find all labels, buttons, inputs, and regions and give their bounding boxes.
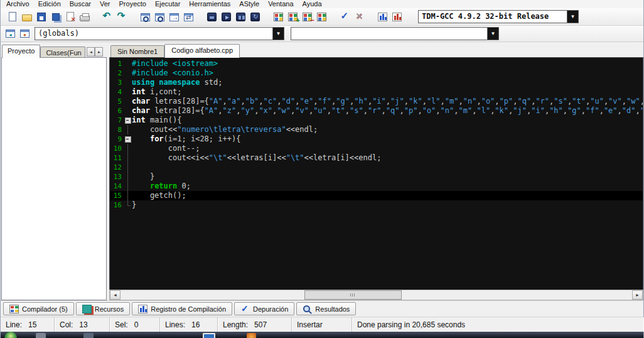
print-button[interactable] <box>77 9 92 24</box>
code-line-5[interactable]: 5char letras[28]={"A","a","b","c","d","e… <box>110 97 643 106</box>
code-line-13[interactable]: 13 } <box>110 172 643 182</box>
menu-herramientas[interactable]: Herramientas <box>185 0 235 8</box>
menu-ventana[interactable]: Ventana <box>264 0 298 8</box>
left-tab-clases-fun[interactable]: Clases(Fun <box>40 46 85 57</box>
chevron-down-icon[interactable]: ▼ <box>567 11 578 23</box>
output-tab-results[interactable]: Resultados <box>296 302 356 315</box>
scroll-right-arrow[interactable]: ► <box>632 290 643 300</box>
new-file-button[interactable] <box>5 9 19 24</box>
editor-tab-sin-nombre1[interactable]: Sin Nombre1 <box>110 45 164 57</box>
project-options-button[interactable] <box>314 9 329 24</box>
code-line-8[interactable]: 8 cout<<"numero\tletra\treversa"<<endl; <box>110 125 643 134</box>
project-panel[interactable] <box>1 57 107 300</box>
code-line-12[interactable]: 12 <box>110 163 643 172</box>
replace-button[interactable] <box>153 9 167 24</box>
main-area: ProyectoClases(Fun ◄ ► Sin Nombre1Codigo… <box>1 42 643 300</box>
code-line-7[interactable]: 7int main(){ <box>110 116 643 125</box>
menu-archivo[interactable]: Archivo <box>2 0 34 8</box>
save-button[interactable] <box>34 9 48 24</box>
code-editor[interactable]: 1#include <iostream>2#include <conio.h>3… <box>109 57 643 290</box>
status-bar: Line: 15Col: 13Sel: 0Lines: 16Length: 50… <box>1 317 643 332</box>
syntax-check-button[interactable] <box>338 9 352 24</box>
editor-tab-codigo-alfabeto-cpp[interactable]: Codigo alfabeto.cpp <box>164 44 240 58</box>
windows-taskbar[interactable] <box>1 332 643 338</box>
run-button[interactable] <box>219 9 233 24</box>
swap-header-source-button[interactable] <box>181 9 196 24</box>
fold-toggle-icon[interactable] <box>124 116 132 125</box>
close-file-button[interactable] <box>63 9 77 24</box>
redo-icon <box>117 12 127 21</box>
new-source-file-button[interactable] <box>271 9 286 24</box>
fold-toggle-icon[interactable] <box>124 134 132 144</box>
tab-scroll-right-button[interactable]: ► <box>95 47 103 57</box>
replace-icon <box>155 13 164 21</box>
globals-select[interactable]: (globals) ▼ <box>35 27 284 40</box>
code-line-14[interactable]: 14 return 0; <box>110 182 643 191</box>
line-number: 3 <box>110 78 124 87</box>
code-text: #include <iostream> <box>132 59 643 68</box>
chevron-down-icon[interactable]: ▼ <box>272 28 284 40</box>
code-line-10[interactable]: 10 cont--; <box>110 144 643 153</box>
code-text: cout<<"numero\tletra\treversa"<<endl; <box>132 125 643 134</box>
output-tab-compile-log[interactable]: Registro de Compilación <box>132 302 232 315</box>
code-line-1[interactable]: 1#include <iostream> <box>110 59 643 68</box>
menu-proyecto[interactable]: Proyecto <box>115 0 151 8</box>
scrollbar-track[interactable] <box>121 290 632 300</box>
code-line-6[interactable]: 6char letra[28]={"A","z","y","x","w","v"… <box>110 106 643 116</box>
rebuild-button[interactable] <box>248 9 262 24</box>
taskbar-app-icon[interactable] <box>83 333 94 338</box>
code-line-11[interactable]: 11 cout<<i<<"\t"<<letras[i]<<"\t"<<letra… <box>110 153 643 163</box>
output-tab-resources[interactable]: Recursos <box>76 302 130 315</box>
menu-edicion[interactable]: Edición <box>34 0 65 8</box>
compile-button[interactable] <box>205 9 219 24</box>
menu-ver[interactable]: Ver <box>95 0 115 8</box>
abort-compilation-button[interactable] <box>352 9 367 24</box>
members-select[interactable]: ▼ <box>291 27 499 40</box>
output-tab-label: Resultados <box>315 305 350 313</box>
save-all-button[interactable] <box>48 9 63 24</box>
goto-definition-button[interactable] <box>18 26 32 41</box>
compile-log-tab-icon <box>138 305 148 313</box>
new-file-icon <box>9 12 16 21</box>
start-button[interactable] <box>4 332 17 338</box>
code-text: } <box>132 172 643 182</box>
goto-line-button[interactable] <box>167 9 181 24</box>
taskbar-app-icon[interactable] <box>247 333 256 338</box>
horizontal-scrollbar[interactable]: ◄ ► <box>109 290 643 300</box>
remove-from-project-button[interactable] <box>300 9 314 24</box>
left-tab-proyecto[interactable]: Proyecto <box>2 45 40 58</box>
undo-button[interactable] <box>100 9 115 24</box>
tab-scroll-left-button[interactable]: ◄ <box>87 47 95 57</box>
fold-gutter <box>124 87 132 97</box>
code-line-15[interactable]: 15 getch(); <box>110 191 643 200</box>
find-button[interactable] <box>138 9 153 24</box>
chevron-down-icon[interactable]: ▼ <box>487 28 498 40</box>
menu-astyle[interactable]: AStyle <box>235 0 264 8</box>
menu-buscar[interactable]: Buscar <box>65 0 95 8</box>
open-file-button[interactable] <box>19 9 34 24</box>
redo-button[interactable] <box>115 9 129 24</box>
compiler-profile-select[interactable]: TDM-GCC 4.9.2 32-bit Release ▼ <box>418 10 579 23</box>
menu-ejecutar[interactable]: Ejecutar <box>151 0 185 8</box>
code-line-4[interactable]: 4int i,cont; <box>110 87 643 97</box>
code-lines: 1#include <iostream>2#include <conio.h>3… <box>110 59 643 210</box>
taskbar-app-icon[interactable] <box>203 333 215 338</box>
scrollbar-thumb[interactable] <box>304 290 402 300</box>
output-tab-debug[interactable]: Depuración <box>234 302 294 315</box>
code-line-3[interactable]: 3using namespace std; <box>110 78 643 87</box>
output-tab-compiler[interactable]: Compilador (5) <box>3 302 74 315</box>
menu-ayuda[interactable]: Ayuda <box>298 0 326 8</box>
code-line-9[interactable]: 9 for(i=1; i<28; i++){ <box>110 134 643 144</box>
code-line-2[interactable]: 2#include <conio.h> <box>110 68 643 78</box>
delete-profiling-data-button[interactable] <box>390 9 404 24</box>
taskbar-app-icon[interactable] <box>36 333 46 338</box>
line-number: 12 <box>110 163 124 172</box>
compile-run-button[interactable] <box>233 9 248 24</box>
add-to-project-button[interactable] <box>286 9 300 24</box>
goto-declaration-button[interactable] <box>3 26 18 41</box>
code-line-16[interactable]: 16} <box>110 200 643 210</box>
line-number: 8 <box>110 125 124 134</box>
line-number: 1 <box>110 59 124 68</box>
profile-analysis-button[interactable] <box>375 9 390 24</box>
scroll-left-arrow[interactable]: ◄ <box>110 290 121 300</box>
